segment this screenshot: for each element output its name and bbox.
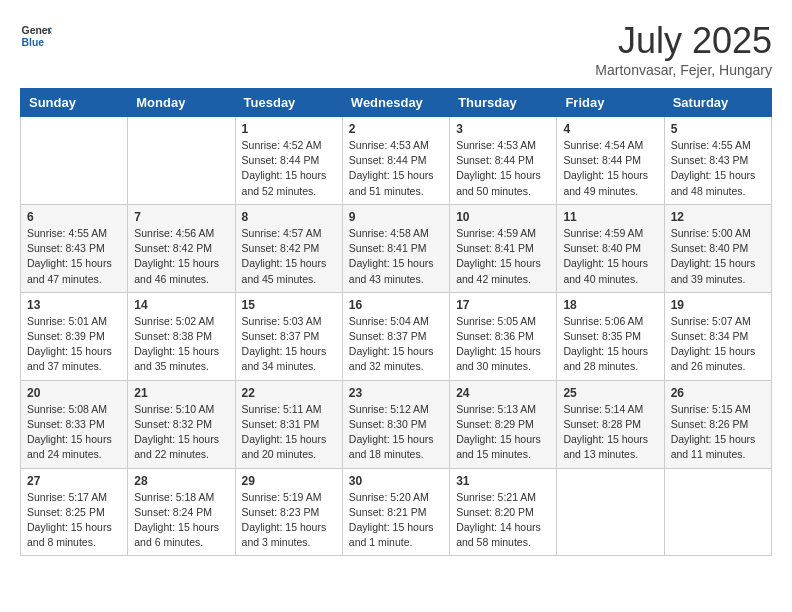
calendar-cell: 3Sunrise: 4:53 AM Sunset: 8:44 PM Daylig… xyxy=(450,117,557,205)
calendar-cell: 16Sunrise: 5:04 AM Sunset: 8:37 PM Dayli… xyxy=(342,292,449,380)
day-info: Sunrise: 5:08 AM Sunset: 8:33 PM Dayligh… xyxy=(27,402,121,463)
day-number: 20 xyxy=(27,386,121,400)
day-info: Sunrise: 5:01 AM Sunset: 8:39 PM Dayligh… xyxy=(27,314,121,375)
calendar-cell xyxy=(21,117,128,205)
day-number: 22 xyxy=(242,386,336,400)
day-number: 10 xyxy=(456,210,550,224)
logo: General Blue xyxy=(20,20,52,52)
day-number: 5 xyxy=(671,122,765,136)
day-number: 6 xyxy=(27,210,121,224)
svg-text:General: General xyxy=(22,25,52,36)
calendar-cell: 1Sunrise: 4:52 AM Sunset: 8:44 PM Daylig… xyxy=(235,117,342,205)
title-block: July 2025 Martonvasar, Fejer, Hungary xyxy=(595,20,772,78)
calendar-cell: 17Sunrise: 5:05 AM Sunset: 8:36 PM Dayli… xyxy=(450,292,557,380)
day-header-wednesday: Wednesday xyxy=(342,89,449,117)
day-info: Sunrise: 5:17 AM Sunset: 8:25 PM Dayligh… xyxy=(27,490,121,551)
day-info: Sunrise: 5:19 AM Sunset: 8:23 PM Dayligh… xyxy=(242,490,336,551)
day-number: 1 xyxy=(242,122,336,136)
day-header-thursday: Thursday xyxy=(450,89,557,117)
day-number: 2 xyxy=(349,122,443,136)
day-info: Sunrise: 5:18 AM Sunset: 8:24 PM Dayligh… xyxy=(134,490,228,551)
calendar-cell: 6Sunrise: 4:55 AM Sunset: 8:43 PM Daylig… xyxy=(21,204,128,292)
page-header: General Blue July 2025 Martonvasar, Feje… xyxy=(20,20,772,78)
day-info: Sunrise: 4:53 AM Sunset: 8:44 PM Dayligh… xyxy=(456,138,550,199)
day-info: Sunrise: 4:59 AM Sunset: 8:41 PM Dayligh… xyxy=(456,226,550,287)
calendar-cell: 26Sunrise: 5:15 AM Sunset: 8:26 PM Dayli… xyxy=(664,380,771,468)
day-number: 12 xyxy=(671,210,765,224)
day-info: Sunrise: 5:00 AM Sunset: 8:40 PM Dayligh… xyxy=(671,226,765,287)
calendar-cell: 2Sunrise: 4:53 AM Sunset: 8:44 PM Daylig… xyxy=(342,117,449,205)
day-number: 30 xyxy=(349,474,443,488)
calendar-table: SundayMondayTuesdayWednesdayThursdayFrid… xyxy=(20,88,772,556)
calendar-week-row: 27Sunrise: 5:17 AM Sunset: 8:25 PM Dayli… xyxy=(21,468,772,556)
day-info: Sunrise: 4:55 AM Sunset: 8:43 PM Dayligh… xyxy=(671,138,765,199)
day-info: Sunrise: 5:12 AM Sunset: 8:30 PM Dayligh… xyxy=(349,402,443,463)
svg-text:Blue: Blue xyxy=(22,37,45,48)
day-number: 21 xyxy=(134,386,228,400)
day-info: Sunrise: 4:59 AM Sunset: 8:40 PM Dayligh… xyxy=(563,226,657,287)
day-number: 25 xyxy=(563,386,657,400)
day-number: 14 xyxy=(134,298,228,312)
day-number: 18 xyxy=(563,298,657,312)
day-header-friday: Friday xyxy=(557,89,664,117)
day-info: Sunrise: 4:53 AM Sunset: 8:44 PM Dayligh… xyxy=(349,138,443,199)
day-info: Sunrise: 4:55 AM Sunset: 8:43 PM Dayligh… xyxy=(27,226,121,287)
day-number: 4 xyxy=(563,122,657,136)
day-info: Sunrise: 5:11 AM Sunset: 8:31 PM Dayligh… xyxy=(242,402,336,463)
day-number: 27 xyxy=(27,474,121,488)
calendar-cell: 9Sunrise: 4:58 AM Sunset: 8:41 PM Daylig… xyxy=(342,204,449,292)
month-title: July 2025 xyxy=(595,20,772,62)
calendar-week-row: 20Sunrise: 5:08 AM Sunset: 8:33 PM Dayli… xyxy=(21,380,772,468)
day-info: Sunrise: 5:14 AM Sunset: 8:28 PM Dayligh… xyxy=(563,402,657,463)
day-number: 13 xyxy=(27,298,121,312)
day-number: 28 xyxy=(134,474,228,488)
calendar-cell: 27Sunrise: 5:17 AM Sunset: 8:25 PM Dayli… xyxy=(21,468,128,556)
calendar-week-row: 1Sunrise: 4:52 AM Sunset: 8:44 PM Daylig… xyxy=(21,117,772,205)
calendar-cell: 31Sunrise: 5:21 AM Sunset: 8:20 PM Dayli… xyxy=(450,468,557,556)
day-info: Sunrise: 5:05 AM Sunset: 8:36 PM Dayligh… xyxy=(456,314,550,375)
calendar-cell: 22Sunrise: 5:11 AM Sunset: 8:31 PM Dayli… xyxy=(235,380,342,468)
day-number: 11 xyxy=(563,210,657,224)
calendar-cell: 13Sunrise: 5:01 AM Sunset: 8:39 PM Dayli… xyxy=(21,292,128,380)
calendar-cell: 29Sunrise: 5:19 AM Sunset: 8:23 PM Dayli… xyxy=(235,468,342,556)
calendar-cell: 15Sunrise: 5:03 AM Sunset: 8:37 PM Dayli… xyxy=(235,292,342,380)
day-info: Sunrise: 5:20 AM Sunset: 8:21 PM Dayligh… xyxy=(349,490,443,551)
calendar-cell: 12Sunrise: 5:00 AM Sunset: 8:40 PM Dayli… xyxy=(664,204,771,292)
day-info: Sunrise: 5:10 AM Sunset: 8:32 PM Dayligh… xyxy=(134,402,228,463)
calendar-cell: 19Sunrise: 5:07 AM Sunset: 8:34 PM Dayli… xyxy=(664,292,771,380)
day-number: 19 xyxy=(671,298,765,312)
day-info: Sunrise: 5:15 AM Sunset: 8:26 PM Dayligh… xyxy=(671,402,765,463)
calendar-cell: 30Sunrise: 5:20 AM Sunset: 8:21 PM Dayli… xyxy=(342,468,449,556)
calendar-cell: 14Sunrise: 5:02 AM Sunset: 8:38 PM Dayli… xyxy=(128,292,235,380)
day-number: 7 xyxy=(134,210,228,224)
day-info: Sunrise: 4:58 AM Sunset: 8:41 PM Dayligh… xyxy=(349,226,443,287)
day-info: Sunrise: 4:52 AM Sunset: 8:44 PM Dayligh… xyxy=(242,138,336,199)
calendar-cell: 18Sunrise: 5:06 AM Sunset: 8:35 PM Dayli… xyxy=(557,292,664,380)
calendar-cell: 20Sunrise: 5:08 AM Sunset: 8:33 PM Dayli… xyxy=(21,380,128,468)
calendar-cell: 24Sunrise: 5:13 AM Sunset: 8:29 PM Dayli… xyxy=(450,380,557,468)
calendar-cell: 21Sunrise: 5:10 AM Sunset: 8:32 PM Dayli… xyxy=(128,380,235,468)
day-number: 3 xyxy=(456,122,550,136)
calendar-cell xyxy=(557,468,664,556)
day-number: 24 xyxy=(456,386,550,400)
day-number: 29 xyxy=(242,474,336,488)
calendar-week-row: 6Sunrise: 4:55 AM Sunset: 8:43 PM Daylig… xyxy=(21,204,772,292)
day-header-sunday: Sunday xyxy=(21,89,128,117)
day-number: 23 xyxy=(349,386,443,400)
day-info: Sunrise: 5:02 AM Sunset: 8:38 PM Dayligh… xyxy=(134,314,228,375)
calendar-cell xyxy=(664,468,771,556)
day-header-tuesday: Tuesday xyxy=(235,89,342,117)
day-header-monday: Monday xyxy=(128,89,235,117)
calendar-cell: 8Sunrise: 4:57 AM Sunset: 8:42 PM Daylig… xyxy=(235,204,342,292)
day-number: 31 xyxy=(456,474,550,488)
day-info: Sunrise: 5:04 AM Sunset: 8:37 PM Dayligh… xyxy=(349,314,443,375)
day-info: Sunrise: 5:13 AM Sunset: 8:29 PM Dayligh… xyxy=(456,402,550,463)
day-info: Sunrise: 4:54 AM Sunset: 8:44 PM Dayligh… xyxy=(563,138,657,199)
day-info: Sunrise: 5:03 AM Sunset: 8:37 PM Dayligh… xyxy=(242,314,336,375)
calendar-cell: 7Sunrise: 4:56 AM Sunset: 8:42 PM Daylig… xyxy=(128,204,235,292)
calendar-cell: 5Sunrise: 4:55 AM Sunset: 8:43 PM Daylig… xyxy=(664,117,771,205)
day-number: 17 xyxy=(456,298,550,312)
logo-icon: General Blue xyxy=(20,20,52,52)
day-info: Sunrise: 4:57 AM Sunset: 8:42 PM Dayligh… xyxy=(242,226,336,287)
calendar-cell: 4Sunrise: 4:54 AM Sunset: 8:44 PM Daylig… xyxy=(557,117,664,205)
